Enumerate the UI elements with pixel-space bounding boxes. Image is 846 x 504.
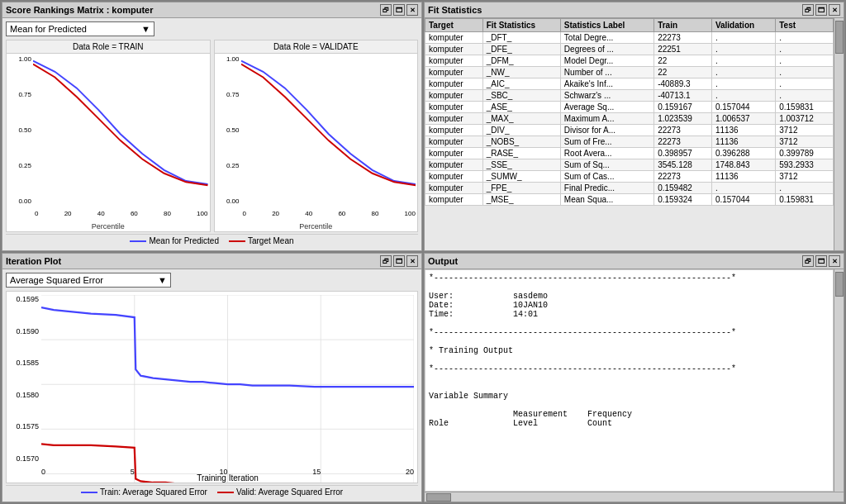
train-y-axis: 1.00 0.75 0.50 0.25 0.00 [7,54,33,205]
score-rankings-title: Score Rankings Matrix : komputer [6,5,154,15]
fit-cell-test: . [776,78,834,90]
output-maximize-btn[interactable]: 🗖 [815,255,827,267]
iteration-plot-close-btn[interactable]: ✕ [406,255,418,267]
iter-legend-train-line [81,492,97,493]
fit-scrollbar-thumb[interactable] [835,21,844,54]
score-rankings-dropdown-arrow: ▼ [141,24,150,34]
output-scrollbar-v[interactable] [834,269,844,492]
fit-table-scroll[interactable]: Target Fit Statistics Statistics Label T… [425,18,834,250]
iteration-dropdown-arrow: ▼ [158,275,167,285]
train-chart-title: Data Role = TRAIN [7,40,210,54]
fit-cell-fit: _MSE_ [482,194,560,206]
fit-cell-train: 0.159324 [654,194,712,206]
output-h-thumb[interactable] [426,493,451,502]
fit-cell-target: komputer [425,55,483,67]
fit-cell-target: komputer [425,159,483,171]
fit-panel-inner: Target Fit Statistics Statistics Label T… [425,18,844,250]
fit-table-body: komputer_DFT_Total Degre...22273..komput… [425,32,834,206]
legend-target-line [229,240,245,242]
fit-cell-label: Maximum A... [560,113,654,125]
iter-x-label: Training Iteration [41,473,414,483]
fit-cell-target: komputer [425,90,483,102]
score-rankings-maximize-btn[interactable]: 🗖 [393,4,405,16]
fit-cell-label: Model Degr... [560,55,654,67]
fit-cell-test: 593.2933 [776,159,834,171]
fit-cell-target: komputer [425,78,483,90]
fit-cell-train: 0.159482 [654,183,712,194]
table-row: komputer_FPE_Final Predic...0.159482.. [425,183,834,194]
fit-col-validation: Validation [711,19,775,32]
train-chart-svg [33,55,208,187]
iteration-dropdown[interactable]: Average Squared Error ▼ [6,273,171,288]
validate-x-label: Percentile [215,221,418,231]
table-row: komputer_ASE_Average Sq...0.1591670.1570… [425,102,834,113]
fit-cell-fit: _SBC_ [482,90,560,102]
fit-cell-validation: . [711,67,775,78]
iteration-chart: 0.1595 0.1590 0.1585 0.1580 0.1575 0.157… [6,291,418,483]
output-scrollbar-thumb[interactable] [835,272,844,297]
fit-cell-validation: 11136 [711,171,775,183]
iteration-plot-restore-btn[interactable]: 🗗 [380,255,392,267]
table-row: komputer_DFE_Degrees of ...22251.. [425,44,834,55]
fit-cell-target: komputer [425,44,483,55]
fit-cell-label: Average Sq... [560,102,654,113]
fit-cell-train: 22273 [654,136,712,148]
score-rankings-content: Mean for Predicted ▼ Data Role = TRAIN 1… [2,18,421,250]
iteration-plot-controls: 🗗 🗖 ✕ [380,255,418,267]
iteration-dropdown-label: Average Squared Error [10,275,103,285]
fit-cell-validation: 1748.843 [711,159,775,171]
iter-legend-valid-label: Valid: Average Squared Error [236,487,343,497]
output-close-btn[interactable]: ✕ [829,255,840,267]
fit-cell-label: Total Degre... [560,32,654,44]
fit-cell-train: 22273 [654,171,712,183]
fit-cell-label: Root Avera... [560,148,654,159]
fit-cell-label: Number of ... [560,67,654,78]
fit-cell-train: 1.023539 [654,113,712,125]
fit-statistics-close-btn[interactable]: ✕ [829,4,840,16]
fit-statistics-restore-btn[interactable]: 🗗 [802,4,814,16]
fit-col-label: Statistics Label [560,19,654,32]
fit-cell-fit: _DFE_ [482,44,560,55]
iteration-plot-maximize-btn[interactable]: 🗖 [393,255,405,267]
fit-cell-label: Sum of Fre... [560,136,654,148]
fit-cell-validation: 0.157044 [711,102,775,113]
fit-cell-test: 0.159831 [776,194,834,206]
iteration-legend: Train: Average Squared Error Valid: Aver… [6,485,418,498]
iter-legend-valid: Valid: Average Squared Error [217,487,343,497]
score-rankings-panel: Score Rankings Matrix : komputer 🗗 🗖 ✕ M… [2,2,422,251]
fit-cell-fit: _NOBS_ [482,136,560,148]
iter-legend-train: Train: Average Squared Error [81,487,207,497]
output-restore-btn[interactable]: 🗗 [802,255,814,267]
output-content-area: *---------------------------------------… [425,269,844,502]
fit-cell-label: Mean Squa... [560,194,654,206]
train-chart-inner: 1.00 0.75 0.50 0.25 0.00 [7,54,210,221]
output-titlebar: Output 🗗 🗖 ✕ [425,254,844,269]
score-rankings-restore-btn[interactable]: 🗗 [380,4,392,16]
fit-cell-fit: _AIC_ [482,78,560,90]
fit-cell-validation: . [711,32,775,44]
output-title: Output [428,256,458,266]
output-scrollbar-h[interactable] [425,492,844,502]
fit-cell-train: 22 [654,67,712,78]
score-rankings-dropdown[interactable]: Mean for Predicted ▼ [6,21,154,36]
fit-scrollbar[interactable] [834,18,844,250]
train-chart: Data Role = TRAIN 1.00 0.75 0.50 0.25 0.… [6,40,211,232]
fit-cell-fit: _SUMW_ [482,171,560,183]
fit-statistics-maximize-btn[interactable]: 🗖 [815,4,827,16]
legend-predicted: Mean for Predicted [130,236,219,245]
iteration-plot-title: Iteration Plot [6,256,61,266]
fit-cell-target: komputer [425,183,483,194]
fit-cell-fit: _NW_ [482,67,560,78]
fit-cell-validation: . [711,78,775,90]
fit-cell-label: Degrees of ... [560,44,654,55]
table-row: komputer_DFM_Model Degr...22.. [425,55,834,67]
fit-cell-train: 22251 [654,44,712,55]
table-row: komputer_SBC_Schwarz's ...-40713.1.. [425,90,834,102]
fit-cell-train: 22273 [654,125,712,136]
output-controls: 🗗 🗖 ✕ [802,255,840,267]
fit-col-train: Train [654,19,712,32]
score-rankings-close-btn[interactable]: ✕ [406,4,418,16]
output-text[interactable]: *---------------------------------------… [425,269,834,492]
fit-cell-validation: . [711,90,775,102]
fit-cell-fit: _DFM_ [482,55,560,67]
